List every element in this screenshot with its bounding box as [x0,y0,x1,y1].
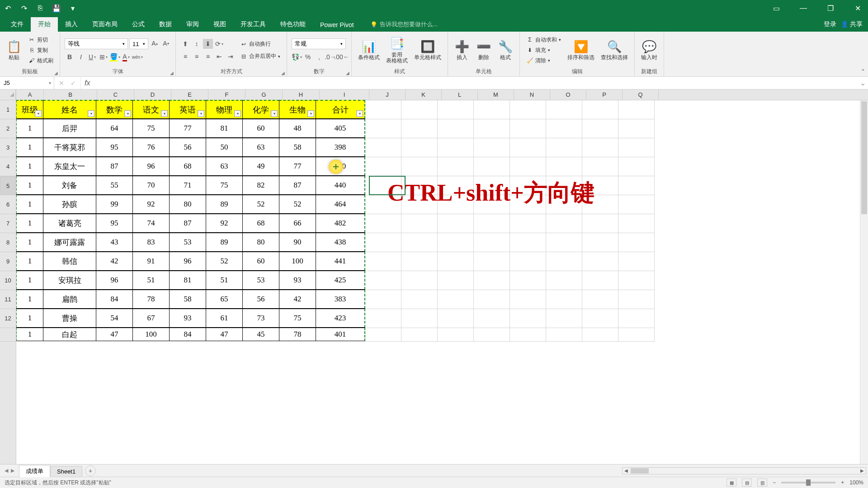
restore-button[interactable]: ❐ [824,1,837,15]
data-cell[interactable]: 55 [96,176,133,195]
data-cell[interactable]: 96 [96,271,133,290]
close-button[interactable]: ✕ [851,1,864,15]
data-cell[interactable]: 81 [169,271,206,290]
empty-cell[interactable] [474,176,510,195]
empty-cell[interactable] [438,138,474,157]
data-cell[interactable]: 93 [169,309,206,328]
data-cell[interactable]: 80 [242,233,279,252]
format-cells-button[interactable]: 🔧格式 [496,38,515,61]
sheet-nav-first-button[interactable]: ◀ [5,468,8,474]
empty-cell[interactable] [510,100,546,119]
header-cell[interactable]: 物理▾ [206,100,243,119]
page-break-view-button[interactable]: ▥ [757,479,767,487]
border-button[interactable]: ⊞ [99,52,108,62]
normal-view-button[interactable]: ▦ [726,479,736,487]
empty-cell[interactable] [582,233,618,252]
insert-function-button[interactable]: fx [81,77,94,89]
empty-cell[interactable] [582,271,618,290]
empty-cell[interactable] [438,119,474,138]
wrap-text-button[interactable]: ↩自动换行 [238,39,282,49]
data-cell[interactable]: 84 [169,328,206,341]
login-link[interactable]: 登录 [824,20,836,28]
data-cell[interactable]: 42 [279,290,316,309]
column-header[interactable]: Q [623,89,659,100]
zoom-out-button[interactable]: − [773,479,776,486]
column-header[interactable]: H [283,89,320,100]
data-cell[interactable]: 45 [242,328,279,341]
row-header[interactable]: 12 [0,309,16,328]
empty-cell[interactable] [546,157,582,176]
dialog-launcher-icon[interactable]: ◢ [54,70,58,75]
align-right-button[interactable]: ≡ [203,52,213,61]
vertical-scrollbar[interactable] [860,100,868,464]
font-color-button[interactable]: A [121,52,131,62]
empty-cell[interactable] [474,233,510,252]
row-header[interactable]: 4 [0,157,16,176]
empty-cell[interactable] [365,157,401,176]
scroll-left-button[interactable]: ◀ [623,468,630,473]
data-cell[interactable]: 51 [132,271,170,290]
data-cell[interactable]: 64 [96,119,133,138]
row-header[interactable]: 2 [0,119,16,138]
data-cell[interactable]: 58 [279,138,316,157]
data-cell[interactable]: 70 [132,176,170,195]
decrease-font-button[interactable]: A▾ [161,38,171,48]
empty-cell[interactable] [618,309,655,328]
enter-entry-button[interactable]: ✓ [71,80,76,87]
column-header[interactable]: K [406,89,442,100]
tab-insert[interactable]: 插入 [58,17,85,32]
merge-center-button[interactable]: ⊟合并后居中 ▾ [238,52,282,61]
empty-cell[interactable] [474,157,510,176]
empty-cell[interactable] [401,290,438,309]
header-cell[interactable]: 英语▾ [169,100,206,119]
empty-cell[interactable] [618,233,655,252]
empty-cell[interactable] [474,119,510,138]
qat-more-button[interactable]: ▾ [69,4,77,12]
empty-cell[interactable] [546,100,582,119]
filter-button[interactable]: ▾ [88,110,94,117]
column-header[interactable]: P [586,89,623,100]
empty-cell[interactable] [546,252,582,271]
empty-cell[interactable] [546,290,582,309]
empty-cell[interactable] [582,195,618,214]
fill-button[interactable]: ⬇填充 ▾ [524,46,563,55]
data-cell[interactable]: 47 [96,328,133,341]
empty-cell[interactable] [401,271,438,290]
column-header[interactable]: L [442,89,478,100]
row-header[interactable]: 3 [0,138,16,157]
empty-cell[interactable] [401,176,438,195]
tab-developer[interactable]: 开发工具 [233,17,273,32]
data-cell[interactable]: 92 [206,214,243,233]
tab-view[interactable]: 视图 [206,17,233,32]
data-cell[interactable]: 441 [316,252,365,271]
filter-button[interactable]: ▾ [198,110,204,117]
empty-cell[interactable] [618,328,655,342]
data-cell[interactable]: 67 [132,309,170,328]
sheet-tab[interactable]: Sheet1 [50,466,82,477]
select-all-button[interactable] [0,89,16,100]
data-cell[interactable]: 1 [16,328,43,341]
data-cell[interactable]: 60 [242,252,279,271]
empty-cell[interactable] [365,100,401,119]
tab-review[interactable]: 审阅 [179,17,206,32]
column-header[interactable]: D [134,89,171,100]
empty-cell[interactable] [546,176,582,195]
empty-cell[interactable] [546,119,582,138]
empty-cell[interactable] [510,328,546,342]
header-cell[interactable]: 生物▾ [279,100,316,119]
empty-cell[interactable] [401,214,438,233]
empty-cell[interactable] [365,214,401,233]
format-as-table-button[interactable]: 📑套用 表格格式 [384,36,410,65]
empty-cell[interactable] [401,309,438,328]
empty-cell[interactable] [438,252,474,271]
data-cell[interactable]: 87 [169,214,206,233]
increase-indent-button[interactable]: ⇥ [226,52,236,61]
empty-cell[interactable] [401,138,438,157]
column-header[interactable]: I [320,89,369,100]
data-cell[interactable]: 96 [169,252,206,271]
data-cell[interactable]: 白起 [43,328,96,341]
font-size-select[interactable]: 11▾ [129,38,148,49]
undo-button[interactable]: ↶ [4,4,12,12]
percent-button[interactable]: % [303,52,313,62]
empty-cell[interactable] [510,252,546,271]
